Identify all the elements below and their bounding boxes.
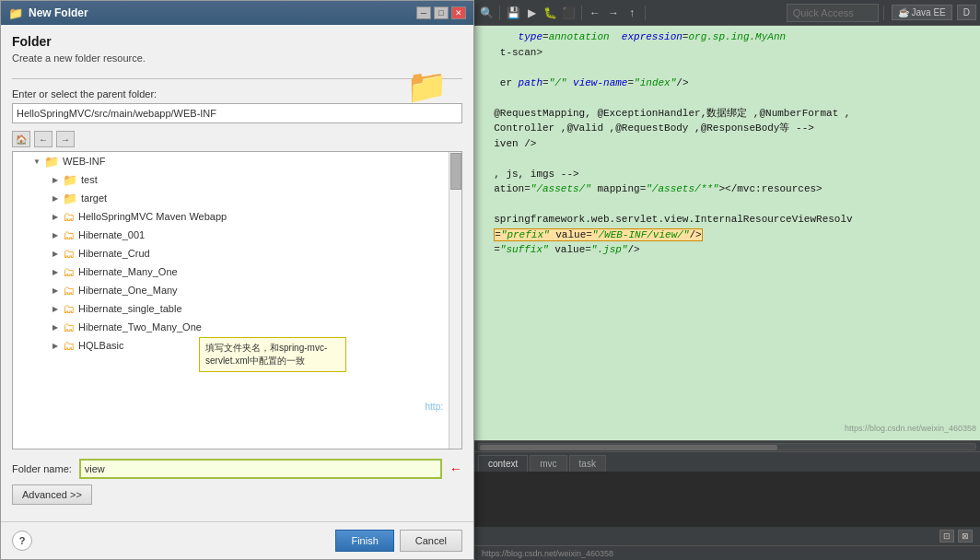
toolbar-run-icon[interactable]: ▶: [523, 5, 540, 21]
tab-task[interactable]: task: [569, 455, 606, 472]
tab-context[interactable]: context: [478, 455, 528, 472]
cancel-button[interactable]: Cancel: [400, 530, 462, 552]
expand-icon: ▶: [50, 192, 61, 204]
toolbar-forward-icon[interactable]: →: [605, 5, 622, 21]
nav-forward-button[interactable]: →: [56, 131, 75, 147]
section-title: Folder: [12, 34, 462, 49]
expand-icon: ▶: [50, 303, 61, 314]
advanced-button[interactable]: Advanced >>: [12, 484, 92, 505]
folder-icon: 🗂: [63, 247, 75, 261]
ide-tabs: context mvc task: [474, 451, 980, 472]
tree-item-label: HQLBasic: [78, 340, 124, 351]
url-watermark: https://blog.csdn.net/weixin_460358: [845, 424, 976, 433]
folder-icon: 🗂: [63, 339, 75, 353]
nav-home-button[interactable]: 🏠: [12, 131, 30, 147]
code-line-3: [482, 60, 973, 76]
tree-item-hello[interactable]: ▶ 🗂 HelloSpringMVC Maven Webapp: [13, 207, 461, 226]
ide-output-footer: ⊡ ⊠: [474, 527, 980, 545]
toolbar-save-icon[interactable]: 💾: [505, 5, 521, 21]
arrow-indicator: ←: [449, 461, 462, 476]
tree-item-test[interactable]: ▶ 📁 test: [13, 170, 461, 189]
ide-status-bar: https://blog.csdn.net/weixin_460358: [474, 545, 980, 560]
toolbar-sep-2: [581, 6, 582, 20]
large-folder-icon: 📁: [406, 67, 448, 106]
dialog-title: New Folder: [29, 6, 88, 19]
expand-icon: ▶: [50, 340, 61, 351]
tree-item-hibernatecrud[interactable]: ▶ 🗂 Hibernate_Crud: [13, 244, 461, 262]
status-text: https://blog.csdn.net/weixin_460358: [482, 549, 613, 558]
java-ee-perspective-button[interactable]: ☕ Java EE: [892, 5, 952, 20]
code-content: type=annotation expression=org.sp.ing.My…: [474, 26, 980, 440]
scrollbar-thumb[interactable]: [450, 153, 461, 190]
folder-icon: 🗂: [63, 284, 75, 298]
h-scrollbar-area: [474, 440, 980, 451]
folder-icon: 🗂: [63, 265, 75, 279]
folder-icon: 🗂: [63, 210, 75, 224]
expand-icon: ▶: [50, 248, 61, 259]
expand-icon: ▶: [50, 266, 61, 277]
close-button[interactable]: ✕: [451, 6, 466, 19]
tree-item-webinf[interactable]: ▼ 📁 WEB-INF: [13, 152, 461, 170]
code-line-9: [482, 151, 973, 167]
folder-icon-small: 📁: [8, 6, 23, 20]
toolbar-up-icon[interactable]: ↑: [624, 5, 640, 21]
toolbar-search-icon[interactable]: 🔍: [478, 5, 495, 21]
maximize-button[interactable]: □: [434, 6, 449, 19]
tree-item-hibernatemanyoneone[interactable]: ▶ 🗂 Hibernate_Many_One: [13, 262, 461, 281]
divider: [12, 78, 462, 79]
nav-back-button[interactable]: ←: [34, 131, 52, 147]
code-line-4: er path="/" view-name="index"/>: [482, 76, 973, 91]
tree-item-label: HelloSpringMVC Maven Webapp: [78, 211, 227, 222]
parent-folder-input[interactable]: [12, 103, 462, 123]
toolbar-sep-1: [499, 6, 500, 20]
h-scrollbar-thumb[interactable]: [480, 445, 777, 450]
folder-name-input[interactable]: [79, 459, 442, 479]
quick-access-input[interactable]: [787, 4, 879, 22]
code-line-5: [482, 90, 973, 106]
toolbar-back-icon[interactable]: ←: [587, 5, 603, 21]
d-perspective-button[interactable]: D: [957, 5, 976, 20]
tree-item-hibernatesingletable[interactable]: ▶ 🗂 Hibernate_single_table: [13, 299, 461, 318]
tree-item-hibernate001[interactable]: ▶ 🗂 Hibernate_001: [13, 226, 461, 244]
tree-item-label: test: [81, 174, 98, 185]
folder-icon: 🗂: [63, 302, 75, 316]
code-line-13: springframework.web.servlet.view.Interna…: [482, 212, 973, 228]
help-button[interactable]: ?: [12, 531, 32, 551]
dialog-footer: ? Finish Cancel: [1, 521, 473, 559]
output-icon-2[interactable]: ⊠: [958, 530, 973, 542]
tree-item-label: Hibernate_One_Many: [78, 285, 178, 296]
code-line-2: t-scan>: [482, 45, 973, 61]
parent-folder-label: Enter or select the parent folder:: [12, 88, 462, 99]
h-scrollbar[interactable]: [478, 443, 976, 450]
folder-name-row: Folder name: ←: [12, 459, 462, 479]
dialog-controls: ─ □ ✕: [416, 6, 466, 19]
tree-item-hibernatetwoone[interactable]: ▶ 🗂 Hibernate_Two_Many_One: [13, 318, 461, 336]
code-line-14: ="prefix" value="/WEB-INF/view/"/>: [482, 228, 973, 243]
new-folder-dialog: 📁 New Folder ─ □ ✕ Folder Create a new f…: [0, 0, 474, 560]
tree-scrollbar[interactable]: [449, 152, 461, 449]
expand-icon: ▶: [50, 174, 61, 185]
code-line-1: type=annotation expression=org.sp.ing.My…: [482, 29, 973, 45]
folder-icon: 📁: [44, 155, 59, 169]
tree-item-label: target: [81, 192, 107, 204]
folder-icon: 🗂: [63, 228, 75, 242]
code-line-8: iven />: [482, 136, 973, 152]
output-icon-1[interactable]: ⊡: [939, 530, 954, 542]
java-ee-icon: ☕: [898, 7, 909, 18]
tree-item-label: Hibernate_single_table: [78, 303, 182, 314]
folder-tree[interactable]: ▼ 📁 WEB-INF ▶ 📁 test ▶ 📁 target ▶ 🗂 Hell…: [12, 151, 462, 449]
toolbar-debug-icon[interactable]: 🐛: [542, 5, 558, 21]
dialog-body: Folder Create a new folder resource. 📁 E…: [1, 25, 473, 521]
finish-button[interactable]: Finish: [335, 530, 393, 552]
code-line-6: @RequestMapping, @ExceptionHandler,数据绑定 …: [482, 106, 973, 122]
tree-item-target[interactable]: ▶ 📁 target: [13, 189, 461, 207]
code-editor[interactable]: type=annotation expression=org.sp.ing.My…: [474, 26, 980, 440]
toolbar-stop-icon[interactable]: ⬛: [560, 5, 577, 21]
tab-mvc[interactable]: mvc: [530, 455, 566, 472]
folder-icon: 📁: [63, 192, 77, 205]
section-desc: Create a new folder resource.: [12, 52, 462, 64]
code-line-15: ="suffix" value=".jsp"/>: [482, 242, 973, 258]
code-line-12: [482, 197, 973, 213]
tree-item-hibernateonemany[interactable]: ▶ 🗂 Hibernate_One_Many: [13, 281, 461, 299]
minimize-button[interactable]: ─: [416, 6, 431, 19]
